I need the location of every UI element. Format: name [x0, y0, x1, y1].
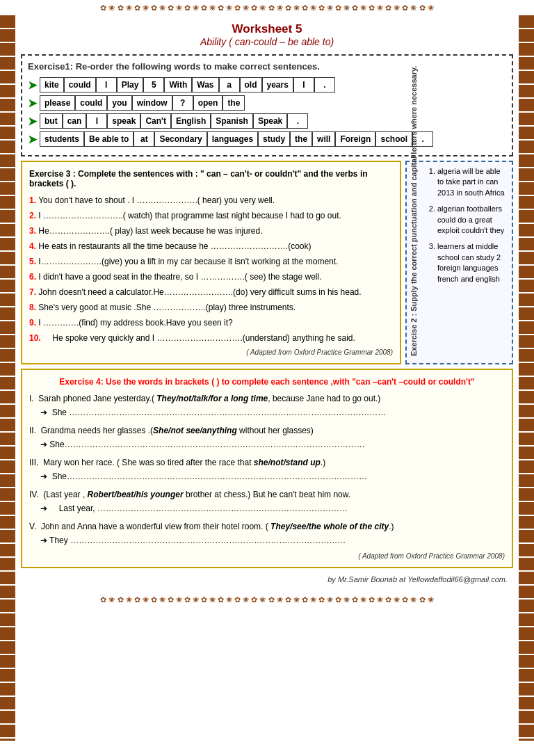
exercise2-list: algeria will be able to take part in can… — [426, 166, 508, 284]
word-row-4: ➤ students Be able to at Secondary langu… — [28, 131, 506, 147]
word-row-2: ➤ please could you window ? open the — [28, 95, 506, 111]
list-item: 8. She's very good at music .She ……………….… — [29, 301, 393, 314]
exercise3-title: Exercise 3 : Complete the sentences with… — [29, 169, 393, 188]
word-cell: . — [287, 113, 308, 129]
word-cell: English — [171, 113, 211, 129]
word-cell: years — [262, 77, 293, 93]
word-cell: but — [40, 113, 63, 129]
word-cell: ? — [172, 95, 193, 111]
word-cell: the — [222, 95, 245, 111]
list-item: algerian footballers could do a great ex… — [437, 204, 508, 236]
word-cell: Can't — [140, 113, 171, 129]
word-cell: students — [40, 131, 84, 147]
exercise1-box: Exercise1: Re-order the following words … — [21, 54, 513, 156]
list-item: algeria will be able to take part in can… — [437, 166, 508, 198]
word-cell: Foreign — [335, 131, 375, 147]
word-row-3: ➤ but can I speak Can't English Spanish … — [28, 113, 506, 129]
word-cell: please — [40, 95, 75, 111]
word-cell: window — [132, 95, 172, 111]
exercise3-box: Exercise 3 : Complete the sentences with… — [21, 161, 401, 364]
footer-credit: by Mr.Samir Bounab at Yellowdaffodil66@g… — [21, 572, 513, 586]
arrow-1: ➤ — [28, 79, 37, 92]
word-cell: Secondary — [154, 131, 207, 147]
word-cell: kite — [40, 77, 64, 93]
word-cell: school — [375, 131, 412, 147]
word-cell: you — [107, 95, 131, 111]
left-border — [0, 15, 15, 741]
right-border — [519, 15, 534, 741]
word-cell: could — [75, 95, 107, 111]
worksheet-subtitle: Ability ( can-could – be able to) — [21, 36, 513, 47]
exercise3-list: 1. You don't have to shout . I ………………….(… — [29, 194, 393, 344]
arrow-2: ➤ — [28, 97, 37, 110]
exercise3-adapted: ( Adapted from Oxford Practice Grammar 2… — [29, 348, 393, 356]
word-cell: Was — [192, 77, 218, 93]
list-item: 10. He spoke very quickly and I ……………………… — [29, 332, 393, 344]
word-cell: the — [290, 131, 312, 147]
word-row-1: ➤ kite could I Play 5 With Was a old yea… — [28, 77, 506, 93]
exercise2-sidebar: Exercise 2 : Supply the correct punctuat… — [405, 161, 513, 364]
list-item: I. Sarah phoned Jane yesterday.( They/no… — [29, 392, 505, 419]
exercise4-title: Exercise 4: Use the words in brackets ( … — [29, 377, 505, 387]
word-cell: will — [312, 131, 335, 147]
word-cell: old — [240, 77, 262, 93]
word-cell: Spanish — [211, 113, 253, 129]
list-item: 1. You don't have to shout . I ………………….(… — [29, 194, 393, 207]
exercise4-adapted: ( Adapted from Oxford Practice Grammar 2… — [29, 552, 505, 560]
list-item: IV. (Last year , Robert/beat/his younger… — [29, 488, 505, 515]
word-cell: Be able to — [84, 131, 134, 147]
worksheet-title: Worksheet 5 — [21, 22, 513, 36]
list-item: 3. He………………….( play) last week because h… — [29, 225, 393, 237]
word-cell: I — [96, 77, 117, 93]
word-cell: at — [134, 131, 154, 147]
word-cell: Play — [117, 77, 144, 93]
middle-section: Exercise 3 : Complete the sentences with… — [21, 161, 513, 364]
list-item: 6. I didn't have a good seat in the thea… — [29, 271, 393, 283]
arrow-4: ➤ — [28, 133, 37, 146]
list-item: 9. I ………….(find) my address book.Have yo… — [29, 316, 393, 329]
word-cell: a — [219, 77, 240, 93]
word-cell: Speak — [253, 113, 287, 129]
exercise1-title: Exercise1: Re-order the following words … — [28, 61, 506, 72]
exercise2-rotated-title: Exercise 2 : Supply the correct punctuat… — [410, 169, 418, 356]
word-cell: can — [63, 113, 87, 129]
word-cell: I — [293, 77, 314, 93]
word-cell: languages — [207, 131, 258, 147]
word-cell: 5 — [143, 77, 164, 93]
arrow-3: ➤ — [28, 115, 37, 128]
exercise2-content: algeria will be able to take part in can… — [426, 166, 508, 284]
list-item: 7. John doesn't need a calculator.He…………… — [29, 286, 393, 298]
word-cell: speak — [107, 113, 140, 129]
bottom-decorative-strip: ✿ ❀ ✿ ❀ ✿ ❀ ✿ ❀ ✿ ❀ ✿ ❀ ✿ ❀ ✿ ❀ ✿ ❀ ✿ ❀ … — [0, 592, 534, 607]
list-item: II. Grandma needs her glasses .(She/not … — [29, 424, 505, 451]
list-item: learners at middle school can study 2 fo… — [437, 241, 508, 284]
word-cell: open — [193, 95, 223, 111]
list-item: 2. I ………………………..( watch) that programme … — [29, 209, 393, 222]
exercise4-list: I. Sarah phoned Jane yesterday.( They/no… — [29, 392, 505, 547]
list-item: 4. He eats in restaurants all the time b… — [29, 240, 393, 252]
word-cell: I — [86, 113, 107, 129]
word-cell: . — [314, 77, 335, 93]
top-decorative-strip: ✿ ❀ ✿ ❀ ✿ ❀ ✿ ❀ ✿ ❀ ✿ ❀ ✿ ❀ ✿ ❀ ✿ ❀ ✿ ❀ … — [0, 0, 534, 15]
list-item: III. Mary won her race. ( She was so tir… — [29, 456, 505, 483]
word-cell: could — [64, 77, 96, 93]
word-cell: study — [258, 131, 290, 147]
title-section: Worksheet 5 Ability ( can-could – be abl… — [21, 18, 513, 50]
list-item: V. John and Anna have a wonderful view f… — [29, 520, 505, 547]
list-item: 5. I………………….(give) you a lift in my car … — [29, 255, 393, 268]
word-cell: With — [164, 77, 192, 93]
exercise4-box: Exercise 4: Use the words in brackets ( … — [21, 369, 513, 568]
